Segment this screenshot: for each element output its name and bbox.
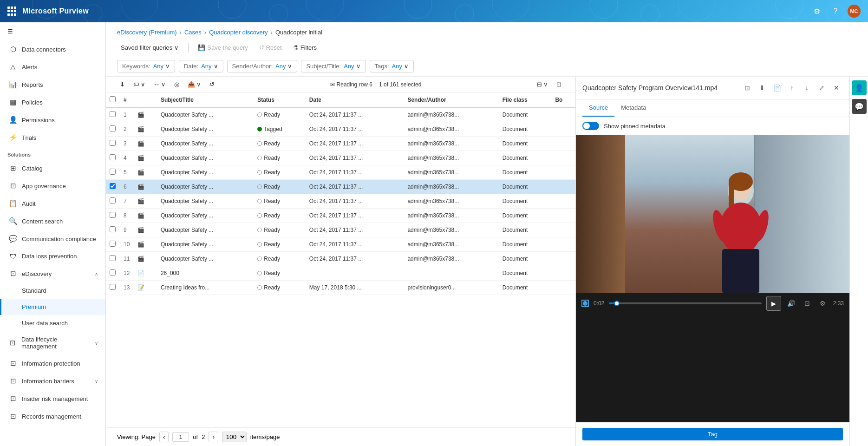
video-settings-button[interactable]: ⚙: [817, 298, 829, 309]
save-query-button[interactable]: 💾 Save the query: [194, 42, 251, 53]
reset-button[interactable]: ↺ Reset: [255, 42, 286, 53]
expand-button[interactable]: ⊡: [554, 79, 564, 89]
number-header[interactable]: #: [120, 92, 134, 108]
sender-filter[interactable]: Sender/Author: Any ∨: [227, 60, 298, 72]
row-checkbox[interactable]: [110, 154, 116, 160]
tags-filter[interactable]: Tags: Any ∨: [370, 60, 414, 72]
row-checkbox[interactable]: [110, 183, 116, 189]
sidebar-item-reports[interactable]: 📊 Reports: [0, 76, 105, 93]
row-checkbox-cell[interactable]: [106, 194, 120, 209]
table-row[interactable]: 7 🎬 Quadcopter Safety ... Ready Oct 24, …: [106, 194, 575, 209]
tab-source[interactable]: Source: [582, 99, 614, 117]
row-checkbox-cell[interactable]: [106, 137, 120, 151]
breadcrumb-item-2[interactable]: Cases: [184, 29, 202, 36]
table-row[interactable]: 8 🎬 Quadcopter Safety ... Ready Oct 24, …: [106, 209, 575, 223]
detail-next-button[interactable]: ↓: [800, 81, 813, 94]
sidebar-item-audit[interactable]: 📋 Audit: [0, 195, 105, 212]
sidebar-item-catalog[interactable]: ⊞ Catalog: [0, 159, 105, 177]
date-filter[interactable]: Date: Any ∨: [179, 60, 223, 72]
video-volume-button[interactable]: 🔊: [786, 298, 797, 309]
settings-icon[interactable]: ⚙: [810, 5, 823, 18]
sidebar-item-ediscovery[interactable]: ⊡ eDiscovery ∧: [0, 265, 105, 282]
row-checkbox[interactable]: [110, 241, 116, 247]
sidebar-item-info-barriers[interactable]: ⊡ Information barriers ∨: [0, 372, 105, 390]
apps-grid-button[interactable]: [7, 7, 17, 16]
page-input[interactable]: [172, 432, 189, 442]
sidebar-item-data-loss[interactable]: 🛡 Data loss prevention: [0, 248, 105, 265]
sidebar-item-alerts[interactable]: △ Alerts: [0, 58, 105, 76]
next-page-button[interactable]: ›: [209, 432, 218, 442]
breadcrumb-item-3[interactable]: Quadcopter discovery: [209, 29, 268, 36]
row-checkbox-cell[interactable]: [106, 266, 120, 281]
move-button[interactable]: ↔ ∨: [151, 79, 169, 89]
sidebar-item-user-data-search[interactable]: User data search: [0, 315, 105, 331]
select-all-header[interactable]: [106, 92, 120, 108]
row-checkbox-cell[interactable]: [106, 281, 120, 295]
row-checkbox[interactable]: [110, 284, 116, 290]
table-row[interactable]: 3 🎬 Quadcopter Safety ... Ready Oct 24, …: [106, 137, 575, 151]
table-row[interactable]: 11 🎬 Quadcopter Safety ... Ready Oct 24,…: [106, 252, 575, 266]
refresh-button[interactable]: ↺: [207, 79, 217, 89]
filetype-header[interactable]: [134, 92, 157, 108]
row-checkbox[interactable]: [110, 111, 116, 117]
row-checkbox-cell[interactable]: [106, 223, 120, 237]
table-row[interactable]: 12 📄 26_000 Ready Document: [106, 266, 575, 281]
table-row[interactable]: 2 🎬 Quadcopter Safety ... Tagged Oct 24,…: [106, 122, 575, 137]
table-row[interactable]: 6 🎬 Quadcopter Safety ... Ready Oct 24, …: [106, 180, 575, 194]
help-icon[interactable]: ?: [829, 5, 842, 18]
sidebar-item-app-governance[interactable]: ⊡ App governance: [0, 177, 105, 195]
saved-filter-queries-button[interactable]: Saved filter queries ∨: [117, 42, 183, 53]
sidebar-item-trials[interactable]: ⚡ Trials: [0, 129, 105, 146]
tag-dropdown-button[interactable]: 🏷 ∨: [131, 79, 148, 89]
export-dropdown-button[interactable]: 📤 ∨: [185, 79, 204, 89]
sidebar-item-premium[interactable]: Premium: [0, 299, 105, 315]
row-checkbox[interactable]: [110, 140, 116, 146]
breadcrumb-item-1[interactable]: eDiscovery (Premium): [117, 29, 177, 36]
menu-button[interactable]: ☰: [0, 22, 105, 40]
chat-right-icon[interactable]: 💬: [852, 99, 867, 114]
open-new-window-button[interactable]: ⊡: [741, 81, 754, 94]
row-checkbox[interactable]: [110, 226, 116, 232]
sidebar-item-info-protection[interactable]: ⊡ Information protection: [0, 354, 105, 372]
subject-filter[interactable]: Subject/Title: Any ∨: [301, 60, 365, 72]
video-play-button[interactable]: ▶: [766, 296, 781, 311]
table-row[interactable]: 13 📝 Creating Ideas fro... Ready May 17,…: [106, 281, 575, 295]
date-header[interactable]: Date: [306, 92, 404, 108]
detail-view-button[interactable]: 📄: [770, 81, 783, 94]
pinned-metadata-toggle[interactable]: [582, 122, 599, 130]
row-checkbox-cell[interactable]: [106, 209, 120, 223]
row-checkbox-cell[interactable]: [106, 165, 120, 180]
table-row[interactable]: 9 🎬 Quadcopter Safety ... Ready Oct 24, …: [106, 223, 575, 237]
sidebar-item-records-mgmt[interactable]: ⊡ Records management: [0, 407, 105, 425]
row-checkbox-cell[interactable]: [106, 237, 120, 252]
sidebar-item-data-connectors[interactable]: ⬡ Data connectors: [0, 40, 105, 58]
file-class-header[interactable]: File class: [499, 92, 552, 108]
row-checkbox[interactable]: [110, 125, 116, 131]
tab-metadata[interactable]: Metadata: [614, 99, 653, 117]
download-button[interactable]: ⬇: [117, 79, 128, 89]
detail-prev-button[interactable]: ↑: [785, 81, 798, 94]
row-checkbox[interactable]: [110, 169, 116, 175]
sidebar-item-comm-compliance[interactable]: 💬 Communication compliance: [0, 230, 105, 248]
sidebar-item-content-search[interactable]: 🔍 Content search: [0, 212, 105, 230]
row-checkbox-cell[interactable]: [106, 252, 120, 266]
table-row[interactable]: 5 🎬 Quadcopter Safety ... Ready Oct 24, …: [106, 165, 575, 180]
body-header[interactable]: Bo: [551, 92, 575, 108]
sidebar-item-insider-risk[interactable]: ⊡ Insider risk management: [0, 390, 105, 407]
sender-author-header[interactable]: Sender/Author: [404, 92, 498, 108]
review-button[interactable]: ◎: [171, 79, 182, 89]
video-progress-bar[interactable]: [609, 302, 761, 304]
detail-download-button[interactable]: ⬇: [756, 81, 769, 94]
filters-button[interactable]: ⚗ Filters: [289, 42, 320, 53]
table-row[interactable]: 1 🎬 Quadcopter Safety ... Ready Oct 24, …: [106, 108, 575, 122]
detail-expand-button[interactable]: ⤢: [815, 81, 828, 94]
avatar[interactable]: MC: [848, 5, 861, 18]
items-per-page-select[interactable]: 100 50 25: [222, 432, 247, 442]
row-checkbox-cell[interactable]: [106, 122, 120, 137]
subject-title-header[interactable]: Subject/Title: [157, 92, 254, 108]
columns-button[interactable]: ⊟ ∨: [534, 79, 551, 89]
table-scroll[interactable]: # Subject/Title Status Date Sender/Autho…: [106, 92, 575, 427]
keywords-filter[interactable]: Keywords: Any ∨: [117, 60, 175, 72]
user-right-icon[interactable]: 👤: [852, 80, 867, 95]
tag-button[interactable]: Tag: [582, 428, 843, 440]
